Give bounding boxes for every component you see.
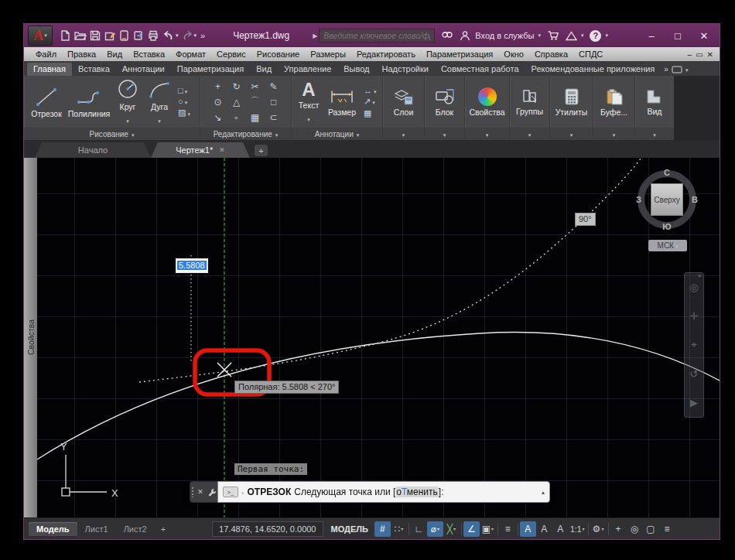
panel-clipboard-caption[interactable] <box>593 128 634 140</box>
offset-button[interactable]: ⊂ <box>269 112 277 123</box>
menu-draw[interactable]: Рисование <box>251 50 305 59</box>
maximize-button[interactable]: □ <box>666 30 689 42</box>
ribbon-tab-collaborate[interactable]: Совместная работа <box>435 63 525 76</box>
viewcube-south[interactable]: Ю <box>662 222 671 231</box>
command-close-icon[interactable]: ✕ <box>197 488 203 496</box>
search-expand-icon[interactable]: ▶ <box>313 32 317 39</box>
new-file-button[interactable] <box>59 29 71 42</box>
rectangle-button[interactable]: □ <box>178 86 190 95</box>
panel-properties-caption[interactable] <box>465 128 509 140</box>
lineweight-toggle[interactable]: ≡ <box>500 521 516 537</box>
properties-palette-tab[interactable]: Свойства <box>24 158 37 517</box>
menu-parametric[interactable]: Параметризация <box>421 50 498 59</box>
osnap-toggle[interactable]: ╳▾ <box>443 521 460 537</box>
mdi-minimize-button[interactable]: – <box>688 50 692 59</box>
scale-button[interactable]: ▫ <box>234 112 238 123</box>
explode-button[interactable]: □ <box>271 97 276 108</box>
redo-button[interactable] <box>181 30 193 41</box>
ribbon-overflow-button[interactable]: » <box>664 65 688 76</box>
help-icon[interactable]: ? <box>590 30 601 42</box>
dimension-button[interactable]: Размер <box>324 87 360 117</box>
ribbon-tab-insert[interactable]: Вставка <box>72 63 116 76</box>
history-expand-icon[interactable]: ▴ <box>542 489 545 496</box>
help-dropdown-icon[interactable]: ▾ <box>605 32 608 39</box>
arc-dropdown-icon[interactable] <box>158 112 161 126</box>
steering-wheel-icon[interactable]: ◎ <box>689 282 698 293</box>
open-file-button[interactable] <box>74 29 87 42</box>
annotation-visibility-toggle[interactable]: А <box>520 521 536 537</box>
a360-dropdown-icon[interactable]: ▾ <box>581 32 584 39</box>
rotate-button[interactable]: ↻ <box>232 81 240 92</box>
application-menu-button[interactable]: A <box>28 26 53 46</box>
dynamic-input-field[interactable]: 5.5808 <box>176 258 208 273</box>
trim-button[interactable]: ✂ <box>251 81 258 92</box>
file-tab-drawing1[interactable]: Чертеж1* ✕ <box>151 142 250 158</box>
panel-draw-caption[interactable]: Рисование <box>24 128 200 140</box>
panel-view-caption[interactable] <box>635 128 674 140</box>
panel-annotation-caption[interactable]: Аннотации <box>292 128 382 140</box>
save-button[interactable] <box>89 29 101 42</box>
viewcube-top-face[interactable]: Сверху <box>651 183 683 216</box>
mdi-close-button[interactable]: ✕ <box>707 50 713 59</box>
menu-help[interactable]: Справка <box>529 50 573 59</box>
search-input[interactable] <box>319 29 435 43</box>
new-layout-button[interactable]: + <box>155 524 172 534</box>
command-input[interactable]: >_ ОТРЕЗОК Следующая точка или [оТменить… <box>217 481 550 503</box>
erase-button[interactable]: ✎ <box>269 81 277 92</box>
viewcube-north[interactable]: С <box>664 168 670 177</box>
panel-layers-caption[interactable] <box>383 128 424 140</box>
command-terminal-icon[interactable]: >_ <box>223 487 238 497</box>
command-line-handle[interactable]: ✕ <box>190 481 217 503</box>
file-tab-close-icon[interactable]: ✕ <box>219 146 225 154</box>
navigation-bar[interactable]: ✕ ◎ ✛ ⌖ ↺ ▶ <box>684 272 704 418</box>
workspace-gear-button[interactable]: ⚙▾ <box>590 521 607 537</box>
circle-button[interactable]: Круг <box>112 78 143 126</box>
save-as-button[interactable] <box>104 29 116 42</box>
qat-overflow-button[interactable]: » <box>200 31 205 40</box>
move-button[interactable]: + <box>215 81 220 92</box>
snap-toggle[interactable]: ∷▾ <box>391 521 407 537</box>
properties-button[interactable]: Свойства <box>468 87 506 117</box>
menu-window[interactable]: Окно <box>498 50 529 59</box>
fillet-button[interactable]: ⌒ <box>251 95 260 108</box>
showmotion-icon[interactable]: ▶ <box>690 397 698 408</box>
viewcube-east[interactable]: В <box>692 195 698 204</box>
ellipse-button[interactable]: ○ <box>178 97 190 106</box>
clean-screen-button[interactable]: ▢ <box>643 521 659 537</box>
leader-button[interactable]: ↗ <box>364 97 377 107</box>
ribbon-tab-annotate[interactable]: Аннотации <box>116 63 171 76</box>
menu-format[interactable]: Формат <box>170 50 211 59</box>
text-dropdown-icon[interactable] <box>307 111 310 125</box>
signin-dropdown-icon[interactable]: ▾ <box>538 32 541 39</box>
copy-button[interactable]: ⊙ <box>214 97 221 108</box>
plot-mobile-button[interactable] <box>118 29 130 42</box>
annotation-monitor-toggle[interactable]: + <box>610 521 627 537</box>
view-button[interactable]: Вид <box>638 88 671 116</box>
command-option-cancel[interactable]: оТменить <box>395 487 439 497</box>
panel-modify-caption[interactable]: Редактирование <box>200 128 291 140</box>
zoom-icon[interactable]: ⌖ <box>691 339 696 351</box>
file-tab-start[interactable]: Начало <box>35 142 151 158</box>
new-drawing-tab-button[interactable]: + <box>255 145 268 156</box>
undo-button[interactable] <box>162 30 175 41</box>
linear-dim-button[interactable]: ↔ <box>364 86 377 95</box>
ortho-toggle[interactable]: ∟ <box>411 521 427 537</box>
menu-dimension[interactable]: Размеры <box>305 50 351 59</box>
panel-utilities-caption[interactable] <box>550 128 593 140</box>
minimize-button[interactable]: – <box>640 30 663 42</box>
undo-dropdown-icon[interactable]: ▾ <box>176 32 179 39</box>
menu-insert[interactable]: Вставка <box>128 50 170 59</box>
drawing-canvas[interactable]: Y X 5.5808 90° Полярная: 5.5808 < 270° П… <box>37 158 720 517</box>
stretch-button[interactable]: ↘ <box>214 112 221 123</box>
layout-tab-model[interactable]: Модель <box>29 522 77 536</box>
customize-wrench-icon[interactable] <box>207 487 217 497</box>
search-icon[interactable] <box>441 30 453 41</box>
ribbon-tab-output[interactable]: Вывод <box>337 63 375 76</box>
print-button[interactable] <box>147 29 160 42</box>
menu-file[interactable]: Файл <box>30 50 62 59</box>
block-button[interactable]: Блок <box>428 87 461 117</box>
navbar-close-icon[interactable]: ✕ <box>697 273 702 279</box>
mdi-restore-button[interactable]: ▭ <box>696 50 703 59</box>
ribbon-tab-manage[interactable]: Управление <box>278 63 337 76</box>
panel-block-caption[interactable] <box>425 128 464 140</box>
